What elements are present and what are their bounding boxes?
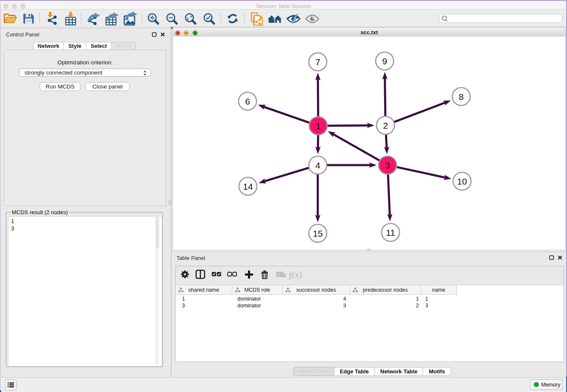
- svg-text:2: 2: [383, 121, 388, 130]
- svg-text:10: 10: [457, 177, 467, 186]
- svg-text:7: 7: [315, 57, 320, 67]
- svg-text:11: 11: [386, 228, 395, 237]
- svg-text:14: 14: [243, 182, 253, 191]
- svg-text:9: 9: [382, 56, 387, 66]
- svg-text:6: 6: [245, 97, 250, 106]
- svg-text:3: 3: [385, 160, 390, 170]
- svg-text:4: 4: [315, 160, 320, 170]
- svg-text:15: 15: [313, 229, 322, 238]
- svg-text:1: 1: [316, 121, 321, 131]
- svg-text:8: 8: [459, 92, 464, 102]
